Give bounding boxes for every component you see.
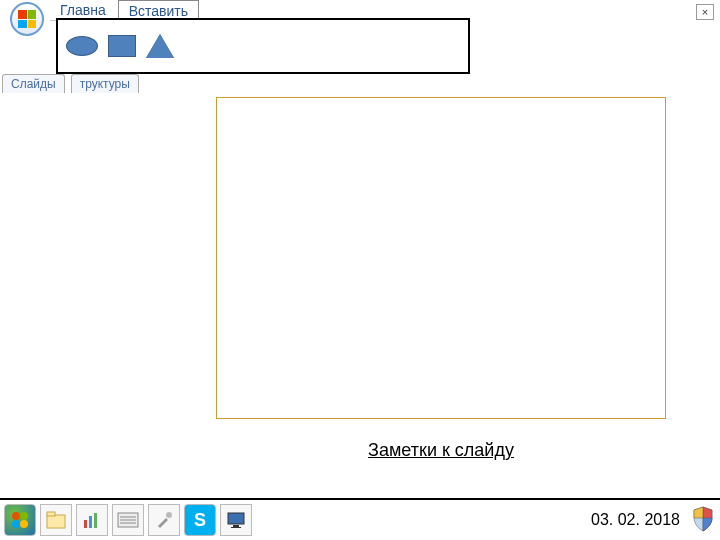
- office-button[interactable]: [10, 2, 44, 36]
- triangle-shape-icon[interactable]: [146, 34, 174, 58]
- tab-slides[interactable]: Слайды: [2, 74, 65, 93]
- start-button-icon[interactable]: [4, 504, 36, 536]
- shield-tray-icon[interactable]: [692, 506, 714, 532]
- tools-icon[interactable]: [148, 504, 180, 536]
- svg-rect-5: [47, 512, 55, 516]
- chart-icon[interactable]: [76, 504, 108, 536]
- skype-icon[interactable]: S: [184, 504, 216, 536]
- taskbar: S 03. 02. 2018: [0, 498, 720, 540]
- svg-point-3: [20, 520, 28, 528]
- svg-rect-8: [94, 513, 97, 528]
- side-panel-tabs: Слайды труктуры: [2, 74, 139, 93]
- svg-rect-4: [47, 515, 65, 528]
- slide-canvas[interactable]: [216, 97, 666, 419]
- svg-point-0: [12, 512, 20, 520]
- notes-placeholder[interactable]: Заметки к слайду: [216, 440, 666, 461]
- svg-rect-15: [233, 525, 239, 527]
- svg-rect-16: [231, 527, 241, 528]
- svg-rect-6: [84, 520, 87, 528]
- explorer-icon[interactable]: [40, 504, 72, 536]
- office-logo-icon: [18, 10, 36, 28]
- svg-point-2: [12, 520, 20, 528]
- svg-rect-14: [228, 513, 244, 524]
- monitor-icon[interactable]: [220, 504, 252, 536]
- close-button[interactable]: ×: [696, 4, 714, 20]
- svg-rect-7: [89, 516, 92, 528]
- svg-point-1: [20, 512, 28, 520]
- oval-shape-icon[interactable]: [66, 36, 98, 56]
- keyboard-icon[interactable]: [112, 504, 144, 536]
- rectangle-shape-icon[interactable]: [108, 35, 136, 57]
- shapes-gallery: [56, 18, 470, 74]
- tab-outline[interactable]: труктуры: [71, 74, 139, 93]
- svg-point-13: [166, 512, 172, 518]
